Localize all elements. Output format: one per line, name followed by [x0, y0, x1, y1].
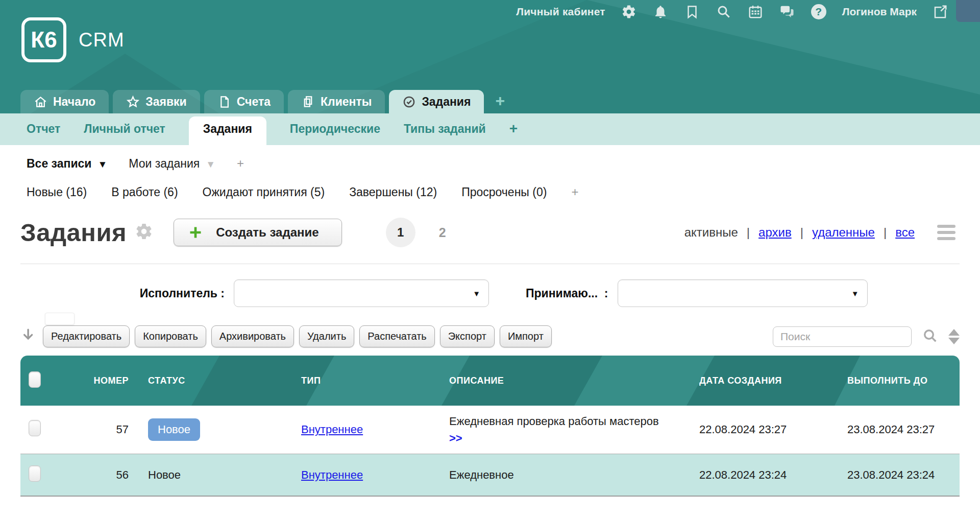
task-status-cell: Новое	[148, 468, 301, 482]
row-checkbox[interactable]	[29, 420, 41, 436]
search-input[interactable]	[773, 326, 912, 347]
column-header-created: ДАТА СОЗДАНИЯ	[699, 375, 847, 386]
actions-row: Редактировать Копировать Архивировать Уд…	[20, 325, 960, 347]
filter-row: Исполнитель : Принимаю... :	[0, 264, 980, 307]
table-search-icon[interactable]	[922, 327, 938, 346]
column-header-number: НОМЕР	[66, 375, 148, 386]
bookmark-icon[interactable]	[684, 4, 700, 20]
list-settings-menu-icon[interactable]	[937, 225, 955, 240]
separator	[747, 225, 750, 240]
status-filter-in-progress[interactable]: В работе (6)	[111, 185, 178, 199]
import-button[interactable]: Импорт	[500, 325, 552, 347]
view-my-tasks[interactable]: Мои задания	[129, 157, 215, 171]
column-header-type: ТИП	[301, 375, 449, 386]
personal-cabinet-link[interactable]: Личный кабинет	[516, 6, 605, 18]
page-2-button[interactable]: 2	[439, 225, 446, 240]
row-checkbox-cell	[20, 465, 66, 485]
download-arrow-icon[interactable]	[20, 328, 34, 345]
task-number: 57	[66, 423, 148, 436]
settings-gear-icon[interactable]	[621, 4, 637, 20]
notifications-bell-icon[interactable]	[652, 4, 669, 20]
sort-toggle-icon[interactable]	[948, 329, 960, 344]
scope-deleted-link[interactable]: удаленные	[812, 225, 875, 240]
table-header: НОМЕР СТАТУС ТИП ОПИСАНИЕ ДАТА СОЗДАНИЯ …	[20, 356, 960, 406]
row-checkbox[interactable]	[29, 465, 41, 482]
main-tab-bar: Начало Заявки Счета Клиенты Задания +	[20, 90, 980, 113]
subtab-periodic[interactable]: Периодические	[290, 122, 380, 145]
scope-all-link[interactable]: все	[895, 225, 915, 240]
task-number: 56	[66, 468, 148, 482]
select-all-checkbox[interactable]	[29, 371, 41, 388]
status-filter-completed[interactable]: Завершены (12)	[349, 185, 437, 199]
executor-select[interactable]	[234, 279, 489, 307]
tab-label: Счета	[237, 95, 271, 109]
calendar-icon[interactable]	[747, 4, 764, 20]
page-title: Задания	[20, 218, 127, 247]
page-1-button[interactable]: 1	[386, 218, 415, 247]
scope-active[interactable]: активные	[684, 225, 738, 240]
table-row[interactable]: 57 Новое Внутреннее Ежедневная проверка …	[20, 406, 960, 454]
document-icon	[217, 95, 231, 109]
subtab-report[interactable]: Отчет	[27, 122, 60, 145]
search-icon[interactable]	[716, 4, 732, 20]
tasks-table: НОМЕР СТАТУС ТИП ОПИСАНИЕ ДАТА СОЗДАНИЯ …	[20, 356, 960, 497]
tab-label: Заявки	[145, 95, 186, 109]
add-main-tab-button[interactable]: +	[488, 91, 512, 113]
tab-home[interactable]: Начало	[20, 90, 109, 113]
add-view-button[interactable]: +	[237, 156, 244, 171]
tab-label: Задания	[422, 95, 471, 109]
tab-tasks[interactable]: Задания	[389, 90, 484, 113]
select-all-checkbox-cell	[20, 371, 66, 390]
export-button[interactable]: Экспорт	[440, 325, 495, 347]
scope-archive-link[interactable]: архив	[758, 225, 792, 240]
home-icon	[34, 95, 47, 109]
subtab-personal-report[interactable]: Личный отчет	[84, 122, 165, 145]
delete-button[interactable]: Удалить	[299, 325, 354, 347]
archive-button[interactable]: Архивировать	[211, 325, 294, 347]
pagination: 1 2	[386, 218, 446, 247]
logout-icon[interactable]	[932, 4, 948, 20]
subtab-tasks[interactable]: Задания	[189, 116, 266, 145]
view-all-records[interactable]: Все записи	[27, 157, 107, 171]
plus-icon	[188, 225, 203, 240]
add-status-filter-button[interactable]: +	[571, 185, 578, 199]
expand-description-link[interactable]: >>	[449, 431, 684, 445]
copy-pages-icon	[301, 95, 315, 109]
star-icon	[126, 95, 140, 109]
page-settings-gear-icon[interactable]	[135, 222, 153, 243]
status-filter-awaiting[interactable]: Ожидают принятия (5)	[203, 185, 325, 199]
view-label: Все записи	[27, 157, 91, 171]
tooltip-fragment	[45, 313, 75, 325]
acceptor-select[interactable]	[618, 279, 868, 307]
create-task-label: Создать задание	[216, 225, 319, 240]
status-filter-overdue[interactable]: Просрочены (0)	[461, 185, 547, 199]
subtab-task-types[interactable]: Типы заданий	[404, 122, 486, 145]
task-created-date: 22.08.2024 23:27	[699, 423, 847, 436]
help-icon[interactable]	[811, 4, 827, 20]
tab-invoices[interactable]: Счета	[204, 90, 284, 113]
task-type-link[interactable]: Внутреннее	[301, 423, 363, 436]
status-filter-new[interactable]: Новые (16)	[27, 185, 87, 199]
tab-requests[interactable]: Заявки	[113, 90, 200, 113]
top-banner: Личный кабинет Логинов Марк	[0, 0, 980, 113]
status-text: Новое	[148, 468, 181, 481]
app-logo: К6 CRM	[21, 17, 125, 62]
toolbar-row: Задания Создать задание 1 2 активные арх…	[0, 199, 980, 247]
edit-button[interactable]: Редактировать	[43, 325, 130, 347]
print-button[interactable]: Распечатать	[359, 325, 434, 347]
row-checkbox-cell	[20, 420, 66, 439]
create-task-button[interactable]: Создать задание	[174, 219, 342, 246]
tab-clients[interactable]: Клиенты	[288, 90, 385, 113]
table-row[interactable]: 56 Новое Внутреннее Ежедневное 22.08.202…	[20, 454, 960, 497]
task-status-cell: Новое	[148, 418, 301, 441]
task-due-date: 23.08.2024 23:27	[847, 423, 960, 436]
separator	[884, 225, 887, 240]
add-sub-tab-button[interactable]: +	[509, 121, 518, 145]
task-description: Ежедневное	[449, 468, 514, 481]
chat-icon[interactable]	[779, 4, 795, 20]
sub-tab-bar: Отчет Личный отчет Задания Периодические…	[0, 113, 980, 145]
user-menu[interactable]: Логинов Марк	[842, 6, 917, 18]
tab-label: Начало	[53, 95, 95, 109]
task-type-link[interactable]: Внутреннее	[301, 468, 363, 481]
copy-button[interactable]: Копировать	[135, 325, 206, 347]
